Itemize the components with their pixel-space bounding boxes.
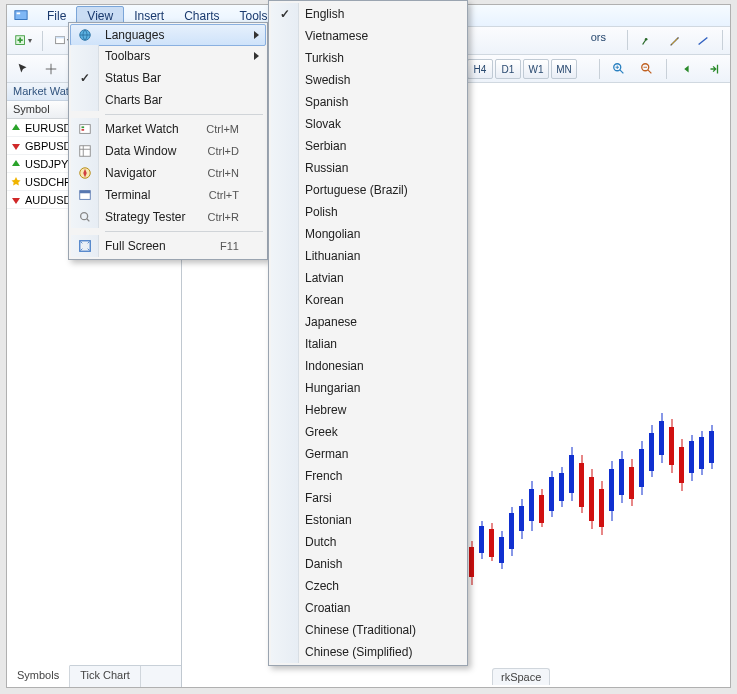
menu-item-status-bar[interactable]: ✓Status Bar (71, 67, 265, 89)
lang-item-label: Polish (305, 205, 439, 219)
menu-item-languages[interactable]: Languages (70, 24, 266, 46)
lang-item-french[interactable]: French (271, 465, 465, 487)
zoom-out-button[interactable] (635, 58, 659, 80)
check-icon (271, 113, 299, 135)
menu-item-toolbars[interactable]: Toolbars (71, 45, 265, 67)
new-chart-button[interactable]: ▾ (11, 30, 35, 52)
timeframe-d1[interactable]: D1 (495, 59, 521, 79)
candlestick (508, 507, 515, 556)
check-icon (271, 135, 299, 157)
blank-icon (71, 45, 99, 67)
lang-item-croatian[interactable]: Croatian (271, 597, 465, 619)
lang-item-polish[interactable]: Polish (271, 201, 465, 223)
menu-item-charts-bar[interactable]: Charts Bar (71, 89, 265, 111)
check-icon (271, 69, 299, 91)
separator (666, 59, 667, 79)
lang-item-swedish[interactable]: Swedish (271, 69, 465, 91)
candlestick (598, 481, 605, 535)
lang-item-danish[interactable]: Danish (271, 553, 465, 575)
lang-item-chinese-simplified-[interactable]: Chinese (Simplified) (271, 641, 465, 663)
menu-item-strategy-tester[interactable]: Strategy TesterCtrl+R (71, 206, 265, 228)
lang-item-slovak[interactable]: Slovak (271, 113, 465, 135)
menu-divider (105, 114, 263, 115)
timeframe-mn[interactable]: MN (551, 59, 577, 79)
candlestick (618, 451, 625, 503)
lang-item-estonian[interactable]: Estonian (271, 509, 465, 531)
lang-item-label: Lithuanian (305, 249, 439, 263)
candlestick (638, 441, 645, 495)
candlestick (528, 481, 535, 531)
candlestick (538, 489, 545, 527)
lang-item-korean[interactable]: Korean (271, 289, 465, 311)
lang-item-vietnamese[interactable]: Vietnamese (271, 25, 465, 47)
check-icon (271, 487, 299, 509)
lang-item-english[interactable]: ✓English (271, 3, 465, 25)
check-icon (271, 47, 299, 69)
lang-item-spanish[interactable]: Spanish (271, 91, 465, 113)
scroll-end-button[interactable] (674, 58, 698, 80)
lang-item-czech[interactable]: Czech (271, 575, 465, 597)
check-icon (271, 465, 299, 487)
lang-item-indonesian[interactable]: Indonesian (271, 355, 465, 377)
menu-item-label: Charts Bar (105, 93, 239, 107)
lang-item-label: Czech (305, 579, 439, 593)
check-icon (271, 25, 299, 47)
candlestick (498, 531, 505, 569)
tab-tick-chart[interactable]: Tick Chart (70, 666, 141, 687)
menu-item-navigator[interactable]: NavigatorCtrl+N (71, 162, 265, 184)
lang-item-lithuanian[interactable]: Lithuanian (271, 245, 465, 267)
timeframe-w1[interactable]: W1 (523, 59, 549, 79)
zoom-in-button[interactable] (607, 58, 631, 80)
check-icon (271, 575, 299, 597)
lang-item-italian[interactable]: Italian (271, 333, 465, 355)
lang-item-latvian[interactable]: Latvian (271, 267, 465, 289)
lang-item-label: Dutch (305, 535, 439, 549)
workspace-tab-partial[interactable]: rkSpace (492, 668, 550, 685)
blank-icon: ✓ (71, 67, 99, 89)
check-icon (271, 553, 299, 575)
check-icon (271, 399, 299, 421)
lang-item-russian[interactable]: Russian (271, 157, 465, 179)
menu-item-data-window[interactable]: Data WindowCtrl+D (71, 140, 265, 162)
lang-item-greek[interactable]: Greek (271, 421, 465, 443)
lang-item-label: German (305, 447, 439, 461)
menu-item-full-screen[interactable]: Full ScreenF11 (71, 235, 265, 257)
menu-divider (105, 231, 263, 232)
tab-symbols[interactable]: Symbols (7, 665, 70, 687)
lang-item-chinese-traditional-[interactable]: Chinese (Traditional) (271, 619, 465, 641)
check-icon (271, 179, 299, 201)
lang-item-label: Korean (305, 293, 439, 307)
lang-item-label: Mongolian (305, 227, 439, 241)
menu-item-terminal[interactable]: TerminalCtrl+T (71, 184, 265, 206)
crosshair-tool[interactable] (39, 58, 63, 80)
lang-item-label: Danish (305, 557, 439, 571)
lang-item-japanese[interactable]: Japanese (271, 311, 465, 333)
lang-item-serbian[interactable]: Serbian (271, 135, 465, 157)
menu-item-market-watch[interactable]: Market WatchCtrl+M (71, 118, 265, 140)
check-icon (271, 355, 299, 377)
check-icon (271, 245, 299, 267)
watch-icon (71, 118, 99, 140)
menu-item-label: Languages (105, 28, 239, 42)
draw-tool-3[interactable] (691, 30, 715, 52)
lang-item-portuguese-brazil-[interactable]: Portuguese (Brazil) (271, 179, 465, 201)
lang-item-hebrew[interactable]: Hebrew (271, 399, 465, 421)
draw-tool-1[interactable] (635, 30, 659, 52)
menu-item-label: Strategy Tester (105, 210, 188, 224)
cursor-tool[interactable] (11, 58, 35, 80)
lang-item-german[interactable]: German (271, 443, 465, 465)
draw-tool-2[interactable] (663, 30, 687, 52)
lang-item-dutch[interactable]: Dutch (271, 531, 465, 553)
timeframe-h4[interactable]: H4 (467, 59, 493, 79)
check-icon (271, 91, 299, 113)
separator (627, 30, 628, 50)
lang-item-turkish[interactable]: Turkish (271, 47, 465, 69)
check-icon (271, 377, 299, 399)
candlestick (488, 523, 495, 561)
lang-item-mongolian[interactable]: Mongolian (271, 223, 465, 245)
lang-item-label: Chinese (Simplified) (305, 645, 439, 659)
shift-chart-button[interactable] (702, 58, 726, 80)
svg-rect-11 (81, 129, 84, 131)
lang-item-farsi[interactable]: Farsi (271, 487, 465, 509)
lang-item-hungarian[interactable]: Hungarian (271, 377, 465, 399)
